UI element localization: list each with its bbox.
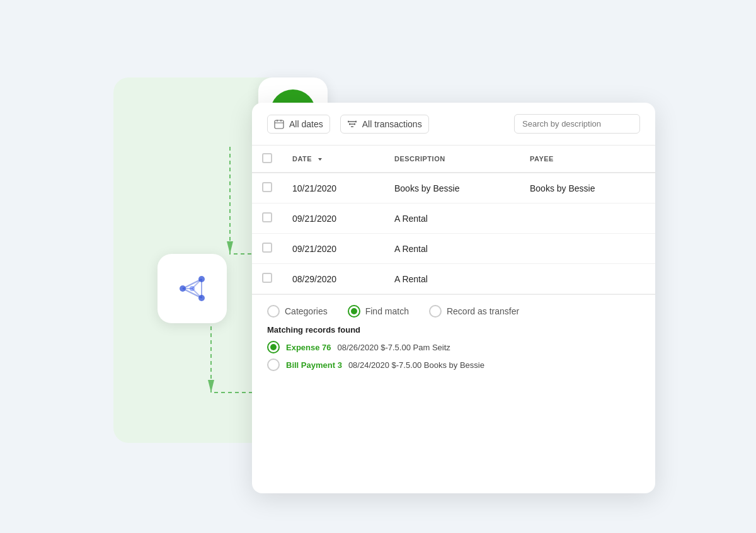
table-row[interactable]: 09/21/2020 A Rental bbox=[252, 234, 655, 264]
calendar-icon bbox=[274, 119, 284, 129]
dates-filter-button[interactable]: All dates bbox=[267, 115, 330, 134]
row-date-0: 10/21/2020 bbox=[282, 173, 384, 203]
svg-marker-1 bbox=[208, 380, 214, 393]
row-date-2: 09/21/2020 bbox=[282, 234, 384, 264]
row-date-3: 08/29/2020 bbox=[282, 264, 384, 294]
main-content-card: All dates All transactions bbox=[252, 103, 655, 493]
match-detail-0: 08/26/2020 $-7.5.00 Pam Seitz bbox=[338, 343, 450, 352]
match-label-0: Expense 76 bbox=[286, 343, 331, 352]
matching-records-title: Matching records found bbox=[267, 325, 640, 335]
svg-rect-12 bbox=[275, 120, 284, 129]
row-checkbox-2[interactable] bbox=[262, 243, 272, 253]
payee-column-header: PAYEE bbox=[520, 146, 655, 173]
radio-categories[interactable]: Categories bbox=[267, 305, 328, 318]
radio-categories-button[interactable] bbox=[267, 305, 280, 318]
row-description-0: Books by Bessie bbox=[384, 173, 520, 203]
row-description-3: A Rental bbox=[384, 264, 520, 294]
network-icon bbox=[173, 270, 211, 307]
row-payee-3 bbox=[520, 264, 655, 294]
radio-record-transfer-label: Record as transfer bbox=[447, 306, 519, 316]
svg-marker-0 bbox=[227, 241, 233, 254]
radio-find-match-label: Find match bbox=[365, 306, 409, 316]
radio-find-match-button[interactable] bbox=[348, 305, 360, 318]
table-row[interactable]: 10/21/2020 Books by Bessie Books by Bess… bbox=[252, 173, 655, 203]
svg-line-10 bbox=[192, 279, 202, 289]
row-description-2: A Rental bbox=[384, 234, 520, 264]
row-checkbox-3[interactable] bbox=[262, 273, 272, 283]
select-all-header[interactable] bbox=[252, 146, 282, 173]
match-detail-1: 08/24/2020 $-7.5.00 Books by Bessie bbox=[348, 360, 484, 370]
radio-record-transfer-button[interactable] bbox=[429, 305, 442, 318]
match-radio-1[interactable] bbox=[267, 358, 280, 371]
filter-icon bbox=[347, 119, 357, 129]
transactions-filter-button[interactable]: All transactions bbox=[340, 115, 429, 134]
svg-line-11 bbox=[192, 289, 202, 298]
date-column-header[interactable]: DATE bbox=[282, 146, 384, 173]
row-description-1: A Rental bbox=[384, 203, 520, 234]
network-icon-card bbox=[158, 254, 227, 323]
description-column-header: DESCRIPTION bbox=[384, 146, 520, 173]
match-label-1: Bill Payment 3 bbox=[286, 360, 342, 370]
select-all-checkbox[interactable] bbox=[262, 153, 272, 163]
row-payee-1 bbox=[520, 203, 655, 234]
bottom-panel: Categories Find match Record as transfer… bbox=[252, 294, 655, 386]
row-checkbox-cell-1[interactable] bbox=[252, 203, 282, 234]
radio-categories-label: Categories bbox=[285, 306, 328, 316]
row-date-1: 09/21/2020 bbox=[282, 203, 384, 234]
match-item-1[interactable]: Bill Payment 3 08/24/2020 $-7.5.00 Books… bbox=[267, 358, 640, 371]
row-payee-0: Books by Bessie bbox=[520, 173, 655, 203]
row-checkbox-0[interactable] bbox=[262, 182, 272, 192]
table-row[interactable]: 09/21/2020 A Rental bbox=[252, 203, 655, 234]
radio-record-transfer[interactable]: Record as transfer bbox=[429, 305, 519, 318]
row-checkbox-cell-0[interactable] bbox=[252, 173, 282, 203]
row-checkbox-1[interactable] bbox=[262, 212, 272, 222]
radio-find-match-selected bbox=[351, 308, 357, 314]
row-checkbox-cell-2[interactable] bbox=[252, 234, 282, 264]
dates-filter-label: All dates bbox=[289, 119, 323, 129]
transactions-filter-label: All transactions bbox=[362, 119, 422, 129]
toolbar: All dates All transactions bbox=[252, 103, 655, 146]
table-body: 10/21/2020 Books by Bessie Books by Bess… bbox=[252, 173, 655, 294]
row-checkbox-cell-3[interactable] bbox=[252, 264, 282, 294]
match-item-0[interactable]: Expense 76 08/26/2020 $-7.5.00 Pam Seitz bbox=[267, 341, 640, 353]
row-payee-2 bbox=[520, 234, 655, 264]
match-radio-inner-0 bbox=[270, 344, 277, 350]
radio-group: Categories Find match Record as transfer bbox=[267, 305, 640, 318]
search-input[interactable] bbox=[514, 114, 640, 134]
radio-find-match[interactable]: Find match bbox=[348, 305, 409, 318]
match-radio-0[interactable] bbox=[267, 341, 280, 353]
table-row[interactable]: 08/29/2020 A Rental bbox=[252, 264, 655, 294]
sort-icon bbox=[317, 156, 323, 163]
transactions-table: DATE DESCRIPTION PAYEE 10/21/2020 Books … bbox=[252, 146, 655, 294]
table-header-row: DATE DESCRIPTION PAYEE bbox=[252, 146, 655, 173]
